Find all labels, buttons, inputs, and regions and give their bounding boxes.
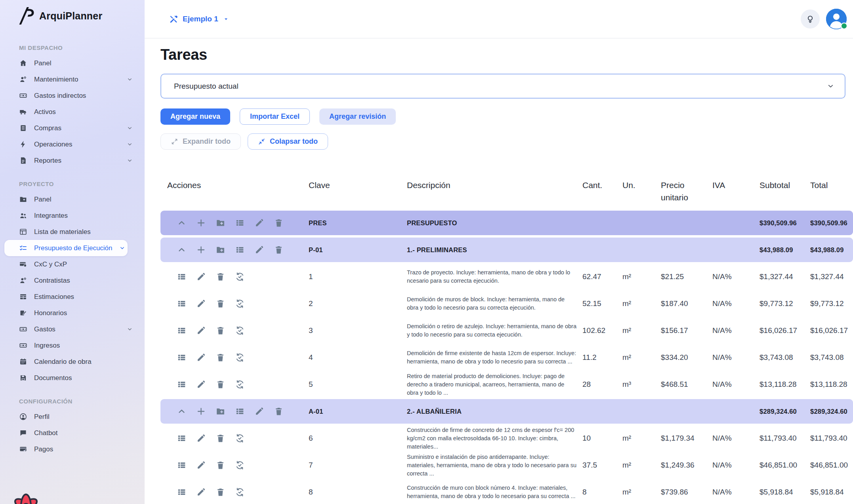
sidebar-item-contratistas[interactable]: Contratistas (0, 272, 145, 289)
sidebar-item-label: Calendario de obra (34, 358, 92, 366)
sidebar-item-documentos[interactable]: Documentos (0, 370, 145, 386)
delete-button[interactable] (216, 326, 225, 336)
save-icon (19, 374, 27, 382)
edit-button[interactable] (196, 380, 206, 390)
add-subgroup-button[interactable] (216, 245, 225, 255)
edit-button[interactable] (254, 218, 264, 228)
cell-cantidad: 102.62 (582, 326, 605, 335)
task-details-button[interactable] (235, 218, 245, 228)
trash-icon (216, 380, 225, 390)
delete-button[interactable] (274, 407, 284, 417)
task-details-button[interactable] (177, 460, 187, 470)
add-task-button[interactable] (196, 407, 206, 417)
delete-button[interactable] (274, 218, 284, 228)
sync-status-button[interactable] (235, 326, 245, 336)
user-avatar[interactable] (826, 9, 847, 29)
delete-button[interactable] (216, 272, 225, 282)
edit-button[interactable] (196, 434, 206, 443)
sidebar-item-lista-de-materiales[interactable]: Lista de materiales (0, 224, 145, 240)
add-subgroup-button[interactable] (216, 218, 225, 228)
sidebar-item-operaciones[interactable]: Operaciones (0, 136, 145, 152)
tips-button[interactable] (801, 10, 820, 29)
sidebar-item-gastos-indirectos[interactable]: Gastos indirectos (0, 87, 145, 104)
cell-clave: 5 (309, 380, 313, 389)
sync-status-button[interactable] (235, 487, 245, 497)
sidebar-item-honorarios[interactable]: Honorarios (0, 305, 145, 321)
sidebar-item-integrantes[interactable]: Integrantes (0, 207, 145, 224)
add-revision-button[interactable]: Agregar revisión (319, 108, 396, 125)
task-details-button[interactable] (177, 299, 187, 309)
cell-unidad: m² (622, 353, 631, 362)
budget-select[interactable]: Presupuesto actual (160, 74, 845, 99)
delete-button[interactable] (216, 460, 225, 470)
task-details-button[interactable] (177, 487, 187, 497)
edit-button[interactable] (254, 245, 264, 255)
sidebar-item-pagos[interactable]: Pagos (0, 441, 145, 457)
sidebar-item-reportes[interactable]: Reportes (0, 152, 145, 169)
add-task-button[interactable] (196, 245, 206, 255)
sync-status-button[interactable] (235, 299, 245, 309)
delete-button[interactable] (274, 245, 284, 255)
cell-descripcion: Suministro e instalación de piso antider… (407, 453, 577, 477)
add-task-button[interactable] (196, 218, 206, 228)
sidebar-item-panel[interactable]: Panel (0, 191, 145, 207)
task-details-button[interactable] (177, 380, 187, 390)
delete-button[interactable] (216, 353, 225, 363)
delete-button[interactable] (216, 380, 225, 390)
chatbot-mascot-icon[interactable] (3, 481, 49, 504)
app-logo[interactable]: ArquiPlanner (0, 0, 145, 25)
collapse-group-button[interactable] (177, 245, 187, 255)
task-details-button[interactable] (235, 407, 245, 417)
sidebar-item-estimaciones[interactable]: Estimaciones (0, 289, 145, 305)
task-details-button[interactable] (177, 434, 187, 443)
sidebar-item-mantenimiento[interactable]: Mantenimiento (0, 71, 145, 87)
sidebar-section: CONFIGURACIÓN Perfil Chatbot Pagos (0, 398, 145, 457)
edit-button[interactable] (196, 487, 206, 497)
expand-all-button[interactable]: Expandir todo (160, 133, 241, 150)
import-excel-button[interactable]: Importar Excel (240, 108, 310, 125)
sync-status-button[interactable] (235, 353, 245, 363)
task-details-button[interactable] (177, 326, 187, 336)
collapse-group-button[interactable] (177, 407, 187, 417)
sidebar-item-activos[interactable]: Activos (0, 104, 145, 120)
collapse-group-button[interactable] (177, 218, 187, 228)
edit-button[interactable] (196, 326, 206, 336)
chevron-up-icon (177, 407, 187, 417)
sidebar-item-perfil[interactable]: Perfil (0, 409, 145, 425)
sidebar-item-panel[interactable]: Panel (0, 55, 145, 71)
project-selector[interactable]: Ejemplo 1 (169, 15, 229, 24)
edit-button[interactable] (196, 299, 206, 309)
sidebar-item-presupuesto-de-ejecucion[interactable]: Presupuesto de Ejecución (4, 240, 128, 256)
sync-status-button[interactable] (235, 434, 245, 443)
edit-button[interactable] (254, 407, 264, 417)
sync-status-button[interactable] (235, 460, 245, 470)
collapse-all-button[interactable]: Colapsar todo (248, 133, 328, 150)
sidebar-item-compras[interactable]: Compras (0, 120, 145, 136)
delete-button[interactable] (216, 487, 225, 497)
task-details-button[interactable] (177, 272, 187, 282)
sidebar-item-label: Panel (34, 196, 51, 204)
sidebar-item-cxc-y-cxp[interactable]: CxC y CxP (0, 256, 145, 272)
row-actions (177, 380, 245, 390)
sidebar-item-gastos[interactable]: Gastos (0, 321, 145, 337)
pencil-icon (196, 326, 206, 336)
edit-button[interactable] (196, 460, 206, 470)
calendar-icon (19, 358, 27, 366)
delete-button[interactable] (216, 299, 225, 309)
collapse-all-label: Colapsar todo (270, 137, 318, 146)
edit-button[interactable] (196, 353, 206, 363)
sidebar-item-chatbot[interactable]: Chatbot (0, 425, 145, 441)
add-new-button[interactable]: Agregar nueva (160, 108, 230, 125)
trash-icon (216, 460, 225, 470)
task-details-button[interactable] (177, 353, 187, 363)
sync-status-button[interactable] (235, 380, 245, 390)
sync-status-button[interactable] (235, 272, 245, 282)
cell-precio-unitario: $156.17 (661, 326, 688, 335)
sidebar-item-ingresos[interactable]: Ingresos (0, 337, 145, 354)
edit-button[interactable] (196, 272, 206, 282)
add-subgroup-button[interactable] (216, 407, 225, 417)
delete-button[interactable] (216, 434, 225, 443)
cell-total: $13,118.28 (810, 380, 847, 389)
sidebar-item-calendario-de-obra[interactable]: Calendario de obra (0, 354, 145, 370)
task-details-button[interactable] (235, 245, 245, 255)
